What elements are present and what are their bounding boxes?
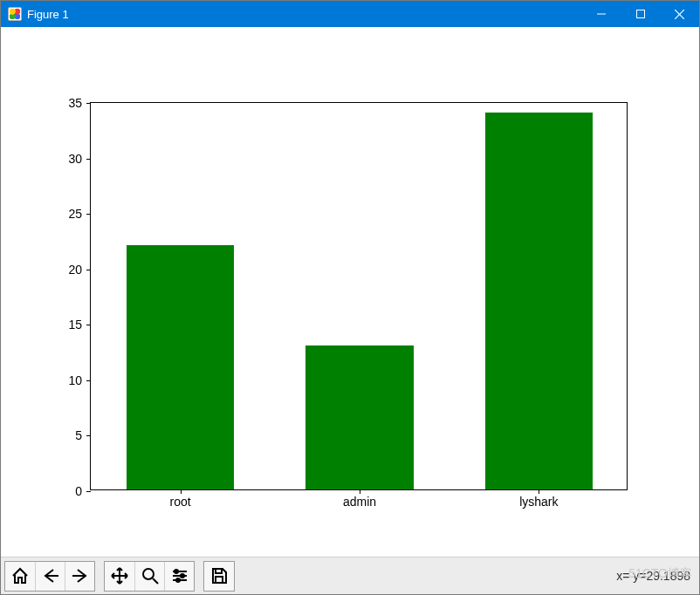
figure-canvas[interactable]: 05101520253035rootadminlyshark bbox=[1, 27, 699, 557]
svg-point-11 bbox=[176, 578, 180, 582]
svg-rect-12 bbox=[216, 569, 222, 573]
ytick-mark bbox=[86, 214, 91, 215]
cursor-coordinates: x= y=29.1898 bbox=[616, 569, 690, 583]
ytick-mark bbox=[86, 325, 91, 325]
ytick-label: 20 bbox=[68, 263, 82, 277]
window-minimize-button[interactable] bbox=[581, 1, 621, 27]
ytick-label: 10 bbox=[68, 373, 82, 387]
close-icon bbox=[675, 10, 684, 19]
window-close-button[interactable] bbox=[660, 1, 699, 27]
nav-group-save bbox=[203, 561, 235, 592]
svg-rect-13 bbox=[216, 577, 223, 583]
configure-subplots-button[interactable] bbox=[164, 562, 194, 591]
ytick-mark bbox=[86, 159, 91, 160]
ytick-mark bbox=[86, 380, 91, 381]
back-button[interactable] bbox=[35, 562, 65, 591]
ytick-mark bbox=[86, 103, 91, 104]
window-titlebar: Figure 1 bbox=[1, 1, 699, 27]
bar bbox=[305, 345, 413, 489]
svg-point-4 bbox=[143, 569, 154, 579]
ytick-label: 15 bbox=[68, 318, 82, 332]
sliders-icon bbox=[170, 566, 189, 585]
ytick-mark bbox=[86, 435, 91, 436]
nav-toolbar: x= y=29.1898 bbox=[1, 557, 699, 594]
home-button[interactable] bbox=[5, 562, 35, 591]
xtick-mark bbox=[539, 489, 539, 494]
forward-button[interactable] bbox=[65, 562, 94, 591]
pan-button[interactable] bbox=[105, 562, 134, 591]
maximize-icon bbox=[636, 10, 645, 18]
ytick-label: 25 bbox=[68, 207, 82, 221]
ytick-label: 35 bbox=[68, 96, 82, 110]
arrow-left-icon bbox=[41, 566, 60, 585]
svg-point-9 bbox=[175, 570, 178, 573]
xtick-mark bbox=[360, 489, 360, 494]
zoom-button[interactable] bbox=[134, 562, 164, 591]
save-icon bbox=[209, 566, 229, 585]
xtick-label: lyshark bbox=[519, 495, 558, 509]
nav-group-home bbox=[4, 561, 95, 592]
ytick-label: 30 bbox=[68, 152, 82, 166]
minimize-icon bbox=[597, 10, 606, 18]
arrow-right-icon bbox=[71, 566, 90, 585]
ytick-mark bbox=[86, 491, 91, 492]
home-icon bbox=[10, 566, 30, 585]
svg-rect-1 bbox=[636, 10, 644, 18]
nav-group-view bbox=[104, 561, 195, 592]
move-icon bbox=[110, 566, 129, 585]
xtick-mark bbox=[181, 489, 182, 494]
plot-axes: 05101520253035rootadminlyshark bbox=[90, 102, 628, 490]
xtick-label: root bbox=[170, 495, 191, 509]
save-button[interactable] bbox=[204, 562, 234, 591]
bar bbox=[127, 245, 234, 489]
window-title: Figure 1 bbox=[27, 8, 69, 21]
bar bbox=[485, 113, 593, 489]
xtick-label: admin bbox=[343, 495, 376, 509]
window-maximize-button[interactable] bbox=[621, 1, 660, 27]
svg-line-5 bbox=[153, 578, 158, 584]
ytick-mark bbox=[86, 270, 91, 270]
svg-point-10 bbox=[181, 574, 184, 578]
app-icon bbox=[8, 7, 22, 21]
ytick-label: 5 bbox=[75, 428, 82, 442]
ytick-label: 0 bbox=[75, 484, 82, 498]
zoom-icon bbox=[141, 566, 160, 585]
